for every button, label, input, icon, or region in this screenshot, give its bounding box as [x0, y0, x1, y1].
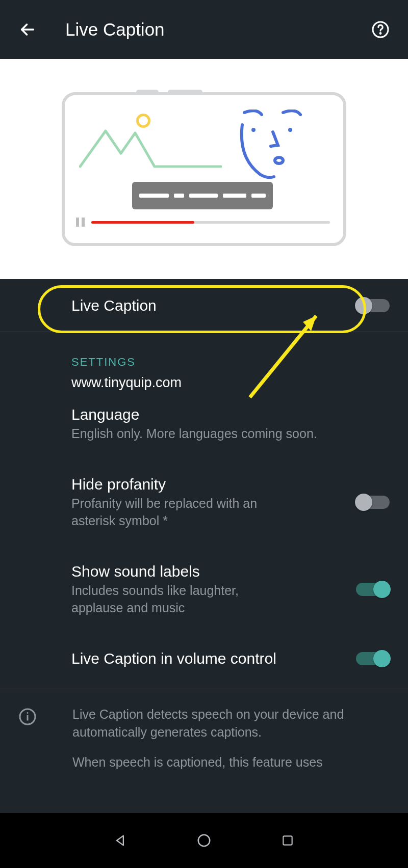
back-button[interactable] [17, 19, 38, 40]
live-caption-master-row[interactable]: Live Caption [0, 279, 408, 332]
info-text: Live Caption detects speech on your devi… [72, 706, 390, 771]
nav-back-icon [113, 833, 128, 848]
live-caption-master-label: Live Caption [71, 297, 356, 314]
hide-profanity-sub: Profanity will be replaced with an aster… [71, 495, 286, 530]
nav-back-button[interactable] [110, 830, 131, 851]
nav-recents-icon [281, 834, 294, 847]
settings-scroll: Live Caption SETTINGS www.tinyquip.com L… [0, 279, 408, 779]
illustration-panel [0, 59, 408, 279]
progress-bar-illustration [91, 221, 330, 224]
sound-labels-title: Show sound labels [71, 562, 346, 581]
sun-icon [136, 114, 150, 128]
svg-point-5 [275, 157, 283, 164]
nav-home-button[interactable] [194, 830, 214, 851]
svg-point-12 [198, 835, 210, 847]
live-caption-master-toggle[interactable] [356, 299, 390, 312]
sound-labels-row[interactable]: Show sound labels Includes sounds like l… [0, 541, 408, 629]
back-arrow-icon [19, 21, 36, 38]
sound-labels-sub: Includes sounds like laughter, applause … [71, 582, 286, 617]
settings-section-header: SETTINGS [0, 332, 408, 374]
info-section: Live Caption detects speech on your devi… [0, 689, 408, 779]
sound-labels-toggle[interactable] [356, 583, 390, 596]
language-title: Language [71, 405, 390, 424]
volume-control-row[interactable]: Live Caption in volume control [0, 629, 408, 689]
language-row[interactable]: Language English only. More languages co… [0, 393, 408, 454]
page-title: Live Caption [65, 19, 370, 40]
svg-marker-11 [117, 836, 123, 846]
app-header: Live Caption [0, 0, 408, 59]
hide-profanity-row[interactable]: Hide profanity Profanity will be replace… [0, 454, 408, 541]
caption-bar-illustration [132, 182, 273, 209]
language-sub: English only. More languages coming soon… [71, 425, 390, 443]
volume-control-toggle[interactable] [356, 652, 390, 665]
svg-point-3 [251, 128, 256, 132]
help-button[interactable] [370, 19, 391, 40]
pause-icon [76, 218, 85, 227]
watermark-text: www.tinyquip.com [0, 374, 408, 393]
hide-profanity-toggle[interactable] [356, 496, 390, 509]
system-nav-bar [0, 813, 408, 868]
nav-home-icon [196, 833, 212, 848]
info-icon [18, 708, 40, 771]
volume-control-title: Live Caption in volume control [71, 649, 346, 668]
svg-point-8 [27, 712, 29, 714]
nav-recents-button[interactable] [277, 830, 298, 851]
face-icon [239, 110, 305, 181]
svg-rect-13 [283, 836, 292, 845]
phone-illustration [62, 92, 346, 246]
mountain-icon [79, 127, 222, 168]
svg-point-2 [380, 33, 381, 34]
svg-point-4 [288, 128, 292, 132]
help-icon [371, 20, 390, 39]
hide-profanity-title: Hide profanity [71, 475, 346, 494]
